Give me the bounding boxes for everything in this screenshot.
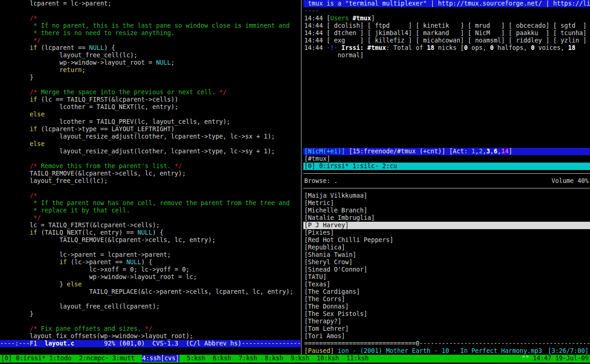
text-segment	[0, 163, 30, 170]
text-segment: [Red Hot Chilli Peppers]	[304, 237, 393, 243]
list-item-artist[interactable]: [Pixies]	[303, 229, 590, 237]
ncmpc-browse-header: Browse: .Volume 40%	[303, 177, 590, 185]
list-item-artist-selected[interactable]: [P J Harvey]	[303, 222, 590, 229]
text-segment	[0, 214, 33, 221]
text-segment: ion - (2001) Mother Earth - 10 - In Perf…	[338, 347, 542, 354]
text-segment: Irssi:	[341, 44, 363, 51]
text-segment: [15:freenode/#tmux (+cnt)] [Act:	[345, 148, 471, 155]
text-segment	[0, 111, 30, 118]
text-segment: * there is no need to resize anything.	[33, 30, 174, 36]
text-segment: if	[30, 44, 37, 51]
terminal-line: lc->xoff = 0; lc->yoff = 0;	[0, 266, 301, 273]
pane-border-vertical[interactable]	[301, 0, 301, 355]
tmux-window-tab-current[interactable]: 4:ssh[cvs]	[142, 355, 179, 362]
text-segment: ,	[475, 148, 479, 155]
text-segment: (lcparent->type == LAYOUT_LEFTRIGHT)	[37, 126, 174, 133]
text-segment: ops,	[468, 44, 490, 51]
text-segment: ,	[490, 148, 494, 155]
separator-line	[303, 185, 590, 192]
text-segment: ;	[171, 59, 175, 66]
inner-tmux-statusbar[interactable]: [0] 0:irssi* 1:silc- 2:cu	[303, 163, 590, 170]
emacs-modeline: ----:---F1 layout.c 92% (601,0) CVS-1.3 …	[0, 340, 301, 347]
list-item-artist[interactable]: [The Sex Pistols]	[303, 310, 590, 318]
text-segment: NULL	[156, 59, 171, 66]
text-segment: TAILQ_REPLACE(&lc->parent->cells, lcpare…	[0, 288, 294, 295]
list-item-artist[interactable]: [Sinead O'Connor]	[303, 266, 590, 273]
list-item-artist[interactable]: [Tori Amos]	[303, 333, 590, 340]
list-item-artist[interactable]: [Tom Lehrer]	[303, 325, 590, 333]
text-segment: halfops,	[494, 44, 531, 51]
tmux-window-list[interactable]: 5:ksh 6:ksh 7:ksh 8:ksh 9:ksh 10:ksh 11:…	[179, 355, 369, 362]
text-segment: ) {	[152, 229, 163, 236]
terminal-line: return;	[0, 67, 301, 74]
terminal-line: layout_free_cell(lc);	[0, 52, 301, 59]
terminal-line: /* Merge the space into the previous or …	[0, 89, 301, 96]
list-item-artist[interactable]: [Republica]	[303, 244, 590, 251]
tmux-status-bar[interactable]: [0] 0:irssi* 1:todo 2:ncmpc- 3:mutt 4:ss…	[0, 355, 590, 362]
emacs-pane[interactable]: lcparent = lc->parent; /* * If no parent…	[0, 0, 301, 355]
list-item-artist[interactable]: [TATU]	[303, 273, 590, 281]
irssi-nick-row: 14:44 [ dtchen ] [ jkimball4] [ markand …	[303, 30, 590, 37]
text-segment: 18	[427, 44, 434, 51]
text-segment: [Republica]	[304, 244, 345, 251]
terminal-line: if (lc->parent == NULL) {	[0, 259, 301, 266]
irssi-input-line[interactable]: [#tmux]	[303, 155, 590, 163]
terminal-line: lcother = TAILQ_NEXT(lc, entry);	[0, 103, 301, 111]
terminal-line: /*	[0, 15, 301, 22]
text-segment: * If no parent, this is the last pane so…	[33, 22, 289, 29]
tmux-status-bar-container[interactable]: [0] 0:irssi* 1:todo 2:ncmpc- 3:mutt 4:ss…	[0, 355, 590, 363]
text-segment: 14:44 [	[304, 15, 330, 22]
list-item-artist[interactable]: [Shania Twain]	[303, 251, 590, 259]
text-segment: [The Sex Pistols]	[304, 310, 368, 317]
list-item-artist[interactable]: [Maija Vilkkumaa]	[303, 192, 590, 200]
list-item-artist[interactable]: [The Cardigans]	[303, 288, 590, 296]
ncmpc-pane[interactable]: Browse: .Volume 40%[Maija Vilkkumaa][Met…	[303, 177, 590, 355]
text-segment: if	[30, 229, 37, 236]
terminal-line	[0, 7, 301, 15]
list-item-artist[interactable]: [Metric]	[303, 200, 590, 207]
list-item-artist[interactable]: [Sheryl Crow]	[303, 259, 590, 266]
tmux-session-name: [0]	[1, 355, 16, 362]
terminal-line: ----	[303, 7, 590, 15]
terminal-line: layout_resize_adjust(lcother, lcparent->…	[0, 133, 301, 140]
list-item-artist[interactable]: [The Donnas]	[303, 303, 590, 310]
ncmpc-progress-bar[interactable]: ==============================0---------…	[303, 340, 590, 347]
text-segment	[0, 126, 30, 133]
text-segment: /*	[30, 15, 37, 22]
list-item-artist[interactable]: [Natalie Imbruglia]	[303, 214, 590, 222]
text-segment: [Paused]	[304, 347, 338, 354]
terminal-line: wp->window->layout_root = lc;	[0, 273, 301, 281]
terminal-line	[303, 89, 590, 96]
terminal-line: lc->parent = lcparent->parent;	[0, 251, 301, 259]
text-segment	[0, 37, 33, 44]
terminal-line	[303, 103, 590, 111]
text-segment: */	[219, 89, 227, 96]
text-segment: [3:26/7:00]	[548, 347, 589, 354]
pane-border-horizontal[interactable]	[303, 170, 590, 177]
text-segment: [The Donnas]	[304, 303, 349, 310]
text-segment: ) {	[104, 44, 115, 51]
text-segment: 14:44 [ dtchen ] [ jkimball4] [ markand …	[304, 30, 587, 36]
text-segment: /*	[30, 163, 37, 170]
text-segment: 14:44	[304, 44, 326, 51]
irssi-pane[interactable]: tmux is a "terminal multiplexer" | http:…	[303, 0, 590, 170]
text-segment: lc->parent = lcparent->parent;	[0, 251, 171, 258]
terminal-line	[303, 74, 590, 81]
text-segment: if	[30, 126, 37, 133]
list-item-artist[interactable]: [Therapy?]	[303, 318, 590, 325]
list-item-artist[interactable]: [Texas]	[303, 281, 590, 288]
list-item-artist[interactable]: [The Corrs]	[303, 296, 590, 303]
text-segment: lc = TAILQ_FIRST(&lcparent->cells);	[0, 222, 160, 229]
emacs-minibuffer[interactable]	[0, 347, 301, 355]
text-segment: ==============================0---------…	[304, 340, 590, 347]
text-segment: [Tom Lehrer]	[304, 325, 349, 332]
list-item-artist[interactable]: [Red Hot Chilli Peppers]	[303, 237, 590, 244]
tmux-window-list[interactable]: 0:irssi* 1:todo 2:ncmpc- 3:mutt	[16, 355, 142, 362]
tmux-terminal-screen: lcparent = lc->parent; /* * If no parent…	[0, 0, 590, 364]
text-segment	[0, 192, 30, 199]
irssi-topic-bar: tmux is a "terminal multiplexer" | http:…	[303, 0, 590, 7]
text-segment: Fix pane offsets and sizes.	[37, 325, 145, 332]
terminal-line	[303, 96, 590, 103]
text-segment: NULL	[89, 44, 104, 51]
list-item-artist[interactable]: [Michelle Branch]	[303, 207, 590, 214]
